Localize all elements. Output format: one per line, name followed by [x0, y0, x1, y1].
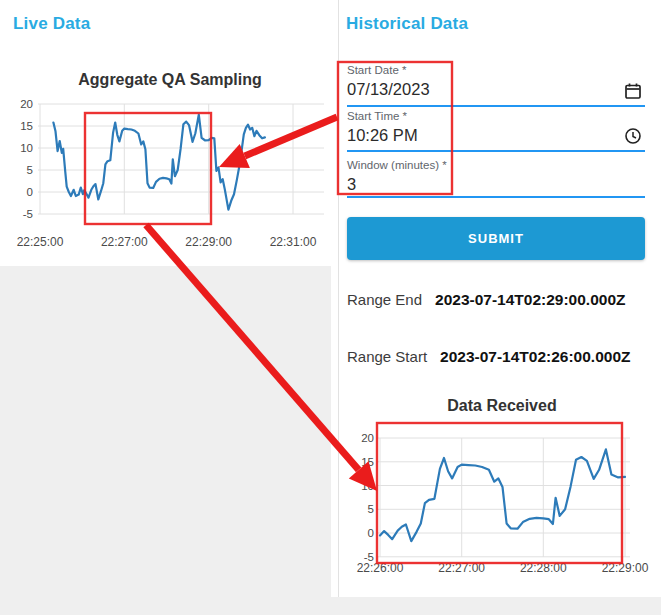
- data-received-chart-title: Data Received: [352, 397, 652, 415]
- y-tick-label: 20: [20, 98, 33, 110]
- y-tick-label: 0: [368, 527, 374, 539]
- chart-line-series: [53, 115, 265, 210]
- x-tick-label: 22:26:00: [357, 561, 404, 575]
- range-start-row: Range Start 2023-07-14T02:26:00.000Z: [347, 348, 630, 366]
- y-tick-label: 0: [27, 186, 33, 198]
- y-tick-label: 10: [361, 480, 374, 492]
- start-date-value[interactable]: 07/13/2023: [347, 77, 645, 101]
- y-tick-label: 5: [368, 503, 374, 515]
- window-minutes-field[interactable]: Window (minutes) * 3: [347, 158, 645, 198]
- x-tick-label: 22:25:00: [17, 235, 64, 249]
- x-tick-label: 22:29:00: [602, 561, 649, 575]
- y-tick-label: 20: [361, 432, 374, 444]
- range-end-label: Range End: [347, 291, 422, 308]
- chart-line-series: [380, 449, 625, 541]
- calendar-icon[interactable]: [624, 82, 642, 100]
- y-tick-label: 10: [20, 142, 33, 154]
- x-tick-label: 22:31:00: [270, 235, 317, 249]
- submit-button[interactable]: SUBMIT: [347, 217, 645, 260]
- range-end-row: Range End 2023-07-14T02:29:00.000Z: [347, 291, 626, 309]
- start-time-value[interactable]: 10:26 PM: [347, 123, 645, 147]
- x-tick-label: 22:28:00: [520, 561, 567, 575]
- y-tick-label: 5: [27, 164, 33, 176]
- range-end-value: 2023-07-14T02:29:00.000Z: [435, 291, 625, 309]
- window-minutes-label: Window (minutes) *: [347, 158, 645, 172]
- data-received-chart: 20151050-522:26:0022:27:0022:28:0022:29:…: [331, 425, 661, 585]
- live-chart-title: Aggregate QA Sampling: [20, 71, 320, 89]
- start-time-field[interactable]: Start Time * 10:26 PM: [347, 109, 645, 152]
- x-tick-label: 22:27:00: [438, 561, 485, 575]
- historical-data-heading: Historical Data: [346, 14, 468, 34]
- clock-icon[interactable]: [624, 127, 642, 145]
- range-start-value: 2023-07-14T02:26:00.000Z: [440, 348, 630, 366]
- y-tick-label: -5: [23, 208, 33, 220]
- x-tick-label: 22:29:00: [185, 235, 232, 249]
- live-chart: 20151050-522:25:0022:27:0022:29:0022:31:…: [0, 95, 331, 260]
- start-date-label: Start Date *: [347, 63, 645, 77]
- start-date-field[interactable]: Start Date * 07/13/2023: [347, 63, 645, 107]
- window-minutes-value[interactable]: 3: [347, 172, 645, 196]
- range-start-label: Range Start: [347, 348, 427, 365]
- x-tick-label: 22:27:00: [101, 235, 148, 249]
- live-data-heading: Live Data: [13, 14, 90, 34]
- y-tick-label: 15: [361, 456, 374, 468]
- y-tick-label: 15: [20, 120, 33, 132]
- start-time-label: Start Time *: [347, 109, 645, 123]
